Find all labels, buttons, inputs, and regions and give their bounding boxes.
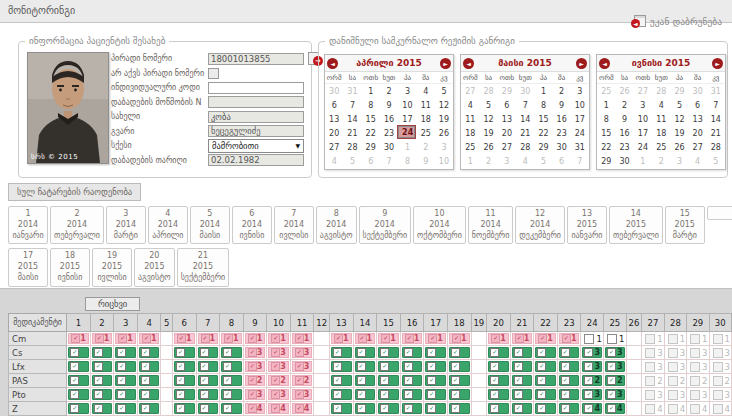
- dose-cell[interactable]: ✓: [487, 388, 511, 402]
- calendar-day[interactable]: 6: [361, 154, 379, 168]
- calendar-prev-icon[interactable]: ◄: [463, 58, 474, 69]
- dose-cell[interactable]: ✓1: [196, 332, 220, 346]
- dose-cell[interactable]: ✓1: [377, 332, 401, 346]
- calendar-day[interactable]: 11: [461, 112, 479, 126]
- month-tab-11[interactable]: 112014ნოემბერი: [468, 206, 513, 244]
- month-tab-1[interactable]: 12014იანვარი: [8, 206, 48, 244]
- dose-cell-taken[interactable]: ✓: [92, 375, 113, 386]
- calendar-day[interactable]: 31: [707, 84, 725, 99]
- dose-cell[interactable]: ✓: [510, 360, 534, 374]
- calendar-day[interactable]: 1: [534, 84, 552, 99]
- dose-cell[interactable]: ✓3: [243, 346, 267, 360]
- calendar-day[interactable]: 3: [670, 154, 688, 168]
- month-tab-18[interactable]: 182015ივნისი: [50, 248, 90, 286]
- month-tab-16[interactable]: 162015აპრილი: [707, 206, 732, 220]
- dose-cell[interactable]: ✓: [220, 346, 244, 360]
- calendar-day[interactable]: 16: [615, 126, 633, 140]
- calendar-day[interactable]: 16: [380, 112, 398, 126]
- dose-cell[interactable]: ✓: [400, 374, 424, 388]
- dose-cell[interactable]: ✓: [487, 360, 511, 374]
- month-tab-20[interactable]: 202015აგვისტო: [134, 248, 175, 286]
- month-tab-5[interactable]: 52014მაისი: [190, 206, 230, 244]
- dose-cell[interactable]: ✓3: [290, 346, 314, 360]
- dose-cell[interactable]: ✓: [90, 402, 114, 416]
- dose-cell[interactable]: ✓: [400, 388, 424, 402]
- month-tab-12[interactable]: 122014დეკემბერი: [515, 206, 565, 244]
- dose-cell[interactable]: ✓: [114, 346, 138, 360]
- calendar-day[interactable]: 28: [652, 84, 670, 99]
- dose-cell-taken[interactable]: ✓: [92, 347, 113, 358]
- dose-cell-taken[interactable]: ✓3: [582, 389, 602, 400]
- dose-cell[interactable]: ✓: [137, 388, 161, 402]
- calendar-day[interactable]: 1: [398, 140, 417, 154]
- calendar-day[interactable]: 5: [479, 98, 497, 112]
- calendar-day[interactable]: 26: [435, 126, 453, 140]
- dose-cell-taken[interactable]: ✓: [559, 389, 580, 400]
- dose-cell[interactable]: ✓: [137, 374, 161, 388]
- dose-cell[interactable]: ✓2: [290, 374, 314, 388]
- dose-cell-taken[interactable]: ✓: [221, 375, 242, 386]
- calendar-day[interactable]: 8: [534, 98, 552, 112]
- calendar-day[interactable]: 5: [707, 154, 725, 168]
- calendar-day[interactable]: 4: [516, 154, 534, 168]
- dose-cell[interactable]: ✓4: [267, 402, 291, 416]
- calendar-day[interactable]: 18: [417, 112, 435, 126]
- dose-cell[interactable]: ✓1: [90, 332, 114, 346]
- dose-cell[interactable]: ✓3: [604, 346, 627, 360]
- calendar-day[interactable]: 25: [417, 126, 435, 140]
- calendar-day[interactable]: 9: [615, 112, 633, 126]
- dose-cell-taken[interactable]: ✓: [535, 403, 556, 414]
- dose-cell-missed[interactable]: ✓1: [245, 333, 266, 344]
- dose-cell[interactable]: ✓: [114, 402, 138, 416]
- calendar-day[interactable]: 22: [361, 126, 379, 140]
- calendar-day[interactable]: 11: [652, 112, 670, 126]
- dose-cell-taken[interactable]: ✓: [512, 347, 533, 358]
- calendar-day[interactable]: 25: [461, 140, 479, 154]
- dose-cell[interactable]: ✓: [172, 388, 196, 402]
- calendar-day[interactable]: 22: [597, 140, 615, 154]
- dose-cell-missed[interactable]: ✓1: [535, 333, 556, 344]
- dose-cell[interactable]: ✓3: [267, 388, 291, 402]
- dose-cell[interactable]: ✓2: [604, 374, 627, 388]
- month-tab-10[interactable]: 102014ოქტომბერი: [413, 206, 466, 244]
- dose-cell-taken[interactable]: ✓: [355, 347, 376, 358]
- dose-cell[interactable]: ✓: [353, 346, 377, 360]
- calendar-day[interactable]: 5: [534, 154, 552, 168]
- calendar-day[interactable]: 6: [325, 98, 343, 112]
- dose-cell[interactable]: 3: [642, 388, 664, 402]
- dose-cell[interactable]: ✓: [114, 388, 138, 402]
- dose-cell-taken[interactable]: ✓: [378, 375, 399, 386]
- dose-cell[interactable]: ✓4: [243, 402, 267, 416]
- calendar-day[interactable]: 17: [398, 112, 417, 126]
- dose-cell[interactable]: ✓: [487, 374, 511, 388]
- dose-cell[interactable]: 2: [664, 374, 686, 388]
- dose-cell-taken[interactable]: ✓: [221, 403, 242, 414]
- calendar-day[interactable]: 4: [417, 84, 435, 99]
- dose-cell-missed[interactable]: ✓1: [292, 333, 313, 344]
- dose-cell[interactable]: ✓: [353, 402, 377, 416]
- dose-cell[interactable]: ✓: [534, 374, 558, 388]
- calendar-day[interactable]: 30: [380, 140, 398, 154]
- dose-cell-taken[interactable]: ✓: [198, 375, 219, 386]
- calendar-day[interactable]: 29: [534, 140, 552, 154]
- dose-cell[interactable]: ✓3: [604, 388, 627, 402]
- dose-cell[interactable]: ✓: [90, 360, 114, 374]
- dose-cell[interactable]: ✓: [557, 388, 581, 402]
- dose-cell[interactable]: ✓: [447, 402, 471, 416]
- dose-cell-taken[interactable]: ✓3: [605, 389, 625, 400]
- dose-cell[interactable]: ✓1: [353, 332, 377, 346]
- dose-cell[interactable]: ✓: [377, 374, 401, 388]
- calendar-day[interactable]: 3: [398, 84, 417, 99]
- back-button[interactable]: ◄ უკან დაბრუნება: [631, 15, 722, 28]
- dose-cell[interactable]: ✓3: [267, 346, 291, 360]
- calendar-day[interactable]: 7: [380, 154, 398, 168]
- month-tab-15[interactable]: 152015მარტი: [665, 206, 705, 244]
- month-tab-3[interactable]: 32014მარტი: [106, 206, 146, 244]
- dose-cell[interactable]: ✓: [353, 360, 377, 374]
- calendar-day[interactable]: 12: [670, 112, 688, 126]
- dose-cell[interactable]: ✓: [137, 346, 161, 360]
- calendar-day[interactable]: 8: [361, 98, 379, 112]
- calendar-day[interactable]: 28: [707, 140, 725, 154]
- dose-cell-taken[interactable]: ✓: [331, 375, 352, 386]
- dose-cell[interactable]: ✓: [196, 402, 220, 416]
